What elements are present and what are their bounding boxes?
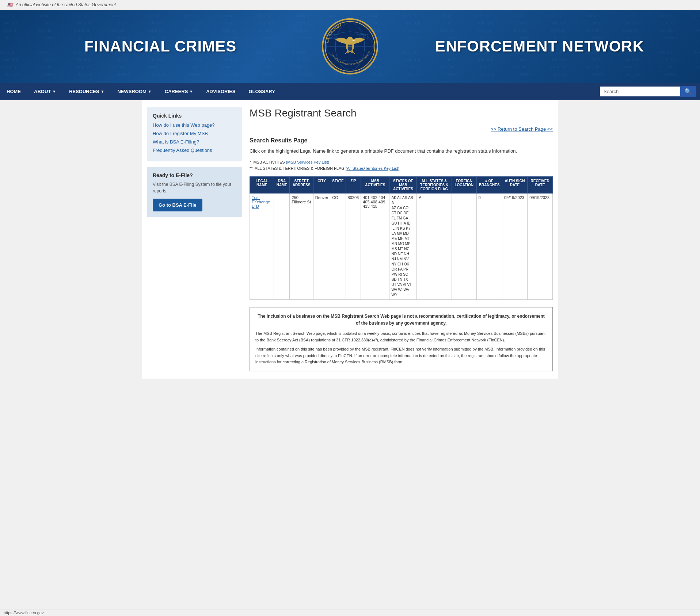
table-body: Tdsr FXchange LTD 250 Fillmore St Denver… xyxy=(250,193,553,299)
cell-legal-name: Tdsr FXchange LTD xyxy=(250,193,274,299)
legend: * MSB ACTIVITIES (MSB Services Key List)… xyxy=(250,159,553,172)
svg-text:11010110: 11010110 xyxy=(326,37,336,39)
legend-double-star: ** ALL STATES & TERRITORIES & FOREIGN FL… xyxy=(250,165,553,172)
cell-received: 09/19/2023 xyxy=(528,193,553,299)
ready-to-efile-section: Ready to E-File? Visit the BSA E-Filing … xyxy=(147,167,242,217)
svg-text:10110011: 10110011 xyxy=(357,37,368,39)
search-input[interactable] xyxy=(600,87,680,96)
th-all-states: ALL STATES & TERRITORIES & FOREIGN FLAG xyxy=(417,176,452,193)
th-auth-sign: AUTH SIGN DATE xyxy=(502,176,527,193)
cell-msb-activities: 401 402 404 405 408 409 413 415 xyxy=(361,193,389,299)
search-button[interactable]: 🔍 xyxy=(680,86,696,97)
legal-name-link[interactable]: Tdsr FXchange LTD xyxy=(252,195,270,208)
header-content: FINANCIAL CRIMES xyxy=(0,17,700,76)
th-street: STREET ADDRESS xyxy=(290,176,313,193)
th-legal-name: LEGAL NAME xyxy=(250,176,274,193)
cell-state: CO xyxy=(330,193,346,299)
main-wrapper: Quick Links How do I use this Web page? … xyxy=(142,100,558,379)
quick-links-title: Quick Links xyxy=(153,113,237,119)
instructions-text: Click on the highlighted Legal Name link… xyxy=(250,148,553,155)
nav-careers[interactable]: CAREERS ▼ xyxy=(158,84,199,99)
header-title-left: FINANCIAL CRIMES xyxy=(84,38,237,55)
about-caret: ▼ xyxy=(52,89,56,93)
sidebar-link-4[interactable]: Frequently Asked Questions xyxy=(153,148,237,153)
nav-home[interactable]: HOME xyxy=(0,84,27,99)
cell-city: Denver xyxy=(313,193,330,299)
ready-title: Ready to E-File? xyxy=(153,172,237,178)
nav-glossary[interactable]: GLOSSARY xyxy=(242,84,281,99)
cell-all-states: A xyxy=(417,193,452,299)
th-received: RECEIVED DATE xyxy=(528,176,553,193)
header-right: ENFORCEMENT NETWORK xyxy=(379,38,700,55)
return-link-container: >> Return to Search Page << xyxy=(250,126,553,132)
results-heading: Search Results Page xyxy=(250,137,553,144)
th-foreign-location: FOREIGN LOCATION xyxy=(452,176,476,193)
th-zip: ZIP xyxy=(346,176,361,193)
cell-street: 250 Fillmore St xyxy=(290,193,313,299)
svg-point-7 xyxy=(347,37,353,42)
nav-resources[interactable]: RESOURCES ▼ xyxy=(62,84,111,99)
table-row: Tdsr FXchange LTD 250 Fillmore St Denver… xyxy=(250,193,553,299)
sidebar-link-3[interactable]: What is BSA E-Filing? xyxy=(153,139,237,145)
disclaimer-para2: Information contained on this site has b… xyxy=(255,346,547,366)
main-content: MSB Registrant Search >> Return to Searc… xyxy=(250,107,553,371)
th-state: STATE xyxy=(330,176,346,193)
fincen-logo: U.S. TREASURY FINANCIAL CRIMES ENFORCEME… xyxy=(321,17,379,76)
table-header: LEGAL NAME DBA NAME STREET ADDRESS CITY … xyxy=(250,176,553,193)
table-header-row: LEGAL NAME DBA NAME STREET ADDRESS CITY … xyxy=(250,176,553,193)
results-table: LEGAL NAME DBA NAME STREET ADDRESS CITY … xyxy=(250,176,553,300)
cell-zip: 80206 xyxy=(346,193,361,299)
msb-services-key-link[interactable]: (MSB Services Key List) xyxy=(286,160,330,164)
ready-text: Visit the BSA E-Filing System to file yo… xyxy=(153,181,237,194)
official-text: An official website of the United States… xyxy=(16,2,116,7)
th-msb-activities: MSB ACTIVITIES xyxy=(361,176,389,193)
disclaimer-title: The inclusion of a business on the MSB R… xyxy=(255,313,547,327)
newsroom-caret: ▼ xyxy=(148,89,152,93)
nav-about[interactable]: ABOUT ▼ xyxy=(27,84,62,99)
th-dba-name: DBA NAME xyxy=(274,176,290,193)
top-bar: 🇺🇸 An official website of the United Sta… xyxy=(0,0,700,10)
legend-star: * MSB ACTIVITIES (MSB Services Key List) xyxy=(250,159,553,166)
bsa-efile-button[interactable]: Go to BSA E-File xyxy=(153,199,202,211)
careers-caret: ▼ xyxy=(189,89,193,93)
th-branches: # OF BRANCHES xyxy=(476,176,502,193)
main-nav: HOME ABOUT ▼ RESOURCES ▼ NEWSROOM ▼ CARE… xyxy=(0,83,700,100)
disclaimer: The inclusion of a business on the MSB R… xyxy=(250,307,553,371)
header-left: FINANCIAL CRIMES xyxy=(0,38,321,55)
site-header: FINANCIAL CRIMES xyxy=(0,10,700,83)
nav-advisories[interactable]: ADVISORIES xyxy=(199,84,242,99)
th-city: CITY xyxy=(313,176,330,193)
svg-text:01000110: 01000110 xyxy=(326,33,336,36)
cell-states-of-msb: AK AL AR AS AAZ CA COCT DC DEFL FM GAGU … xyxy=(389,193,417,299)
nav-newsroom[interactable]: NEWSROOM ▼ xyxy=(111,84,158,99)
sidebar-link-1[interactable]: How do I use this Web page? xyxy=(153,122,237,128)
header-title-right: ENFORCEMENT NETWORK xyxy=(435,38,644,55)
cell-dba xyxy=(274,193,290,299)
return-link[interactable]: >> Return to Search Page << xyxy=(491,126,553,132)
resources-caret: ▼ xyxy=(100,89,104,93)
sidebar-link-2[interactable]: How do I register My MSB xyxy=(153,131,237,136)
svg-text:01101001: 01101001 xyxy=(357,33,368,36)
sidebar: Quick Links How do I use this Web page? … xyxy=(147,107,242,371)
cell-auth-sign: 09/19/2023 xyxy=(502,193,527,299)
disclaimer-para1: The MSB Registrant Search Web page, whic… xyxy=(255,330,547,343)
search-container: 🔍 xyxy=(596,83,700,100)
page-title: MSB Registrant Search xyxy=(250,107,553,119)
flag-icon: 🇺🇸 xyxy=(7,2,13,7)
th-states-of-msb: STATES OF MSB ACTIVITIES xyxy=(389,176,417,193)
quick-links-section: Quick Links How do I use this Web page? … xyxy=(147,107,242,161)
cell-foreign xyxy=(452,193,476,299)
all-states-key-link[interactable]: (All States/Territories Key List) xyxy=(346,166,399,171)
cell-branches: 0 xyxy=(476,193,502,299)
